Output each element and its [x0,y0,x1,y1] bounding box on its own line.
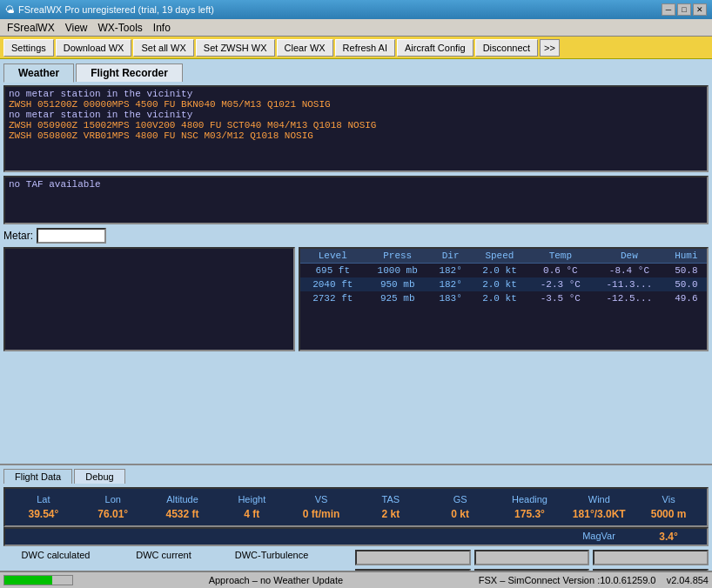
wind-table-row: 2732 ft925 mb183°2.0 kt-3.5 °C-12.5...49… [300,291,707,305]
title-bar: 🌤 FSrealWX Pro unregistered (trial, 19 d… [0,0,712,19]
wind-cell-dew: -8.4 °C [593,264,666,278]
wind-cell-press: 925 mb [365,291,429,305]
dwc-input-2 [474,550,590,565]
status-indicator [3,575,73,585]
fd-value-vs: 0 ft/min [286,506,356,522]
wind-cell-press: 1000 mb [365,264,429,278]
wind-table-panel[interactable]: Level Press Dir Speed Temp Dew Humi 695 … [299,247,709,351]
wind-col-dir: Dir [430,249,471,264]
wind-col-press: Press [365,249,429,264]
wind-col-dew: Dew [593,249,666,264]
dwc-row: DWC calculated DWC current DWC-Turbulenc… [3,550,352,560]
wind-cell-dir: 182° [430,277,471,291]
fd-header-vis: Vis [634,492,703,506]
dwc-current-label: DWC current [111,550,216,560]
fd-header-height: Height [217,492,286,506]
menu-bar: FSrealWX View WX-Tools Info [0,19,712,37]
fd-value-vis: 5000 m [634,506,703,522]
metar-line-3: no metar station in the vicinity [9,110,703,120]
flight-data-grid: Lat Lon Altitude Height VS TAS GS Headin… [3,487,709,527]
tab-flight-recorder[interactable]: Flight Recorder [76,63,183,82]
dwc-input-row-1 [355,550,709,565]
wind-cell-dew: -12.5... [593,291,666,305]
lower-panel: Level Press Dir Speed Temp Dew Humi 695 … [3,247,709,351]
version-simconnect: FSX – SimConnect Version :10.0.61259.0 [479,575,656,585]
wind-cell-level: 695 ft [300,264,365,278]
menu-wx-tools[interactable]: WX-Tools [92,21,147,35]
close-button[interactable]: ✕ [693,3,707,16]
taf-display[interactable]: no TAF available [3,176,709,224]
fd-header-lon: Lon [78,492,148,506]
aircraft-config-button[interactable]: Aircraft Config [397,39,474,57]
wind-cell-dir: 183° [430,291,471,305]
fd-header-altitude: Altitude [148,492,218,506]
settings-button[interactable]: Settings [3,39,54,57]
dwc-turbulence-label: DWC-Turbulence [219,550,324,560]
menu-info[interactable]: Info [148,21,176,35]
tab-weather[interactable]: Weather [3,63,74,83]
sub-tab-flight-data[interactable]: Flight Data [3,469,72,484]
wind-cell-level: 2040 ft [300,277,365,291]
more-button[interactable]: >> [540,39,560,57]
fd-header-magvar: MagVar [564,529,634,545]
minimize-button[interactable]: ─ [662,3,675,16]
metar-input-row: Metar: [3,228,709,244]
fd-header-gs: GS [426,492,495,506]
taf-line-1: no TAF available [9,179,703,190]
status-bar: Approach – no Weather Update FSX – SimCo… [0,571,712,588]
maximize-button[interactable]: □ [677,3,691,16]
menu-fsrealwx[interactable]: FSrealWX [2,21,60,35]
metar-line-2: ZWSH 051200Z 00000MPS 4500 FU BKN040 M05… [9,99,703,110]
download-wx-button[interactable]: Download WX [56,39,132,57]
fd-header-tas: TAS [356,492,426,506]
dwc-calculated-label: DWC calculated [3,550,108,560]
title-text: FSrealWX Pro unregistered (trial, 19 day… [18,4,214,15]
version-num: v2.04.854 [667,575,709,585]
set-all-wx-button[interactable]: Set all WX [133,39,193,57]
wind-cell-humi: 49.6 [666,291,707,305]
wind-cell-speed: 2.0 kt [471,264,527,278]
fd-header-heading: Heading [495,492,565,506]
fd-header-wind: Wind [564,492,634,506]
title-bar-controls: ─ □ ✕ [662,3,707,16]
toolbar: Settings Download WX Set all WX Set ZWSH… [0,37,712,59]
fd-value-gs: 0 kt [426,506,495,522]
metar-line-1: no metar station in the vicinity [9,89,703,99]
menu-view[interactable]: View [60,21,93,35]
fd-value-magvar: 3.4° [634,529,703,545]
wind-cell-temp: -3.5 °C [528,291,593,305]
set-zwsh-wx-button[interactable]: Set ZWSH WX [196,39,275,57]
wind-cell-level: 2732 ft [300,291,365,305]
fd-value-height: 4 ft [217,506,286,522]
dwc-input-1 [355,550,471,565]
wind-cell-speed: 2.0 kt [471,277,527,291]
magvar-row: MagVar 3.4° [3,527,709,546]
wind-col-level: Level [300,249,365,264]
fd-value-wind: 181°/3.0KT [564,506,634,522]
clear-wx-button[interactable]: Clear WX [277,39,333,57]
fd-value-altitude: 4532 ft [148,506,218,522]
wind-cell-temp: 0.6 °C [528,264,593,278]
fd-value-lon: 76.01° [78,506,148,522]
dwc-input-3 [593,550,709,565]
wind-table-row: 2040 ft950 mb182°2.0 kt-2.3 °C-11.3...50… [300,277,707,291]
app-icon: 🌤 [5,4,15,15]
wind-cell-humi: 50.8 [666,264,707,278]
disconnect-button[interactable]: Disconnect [475,39,538,57]
status-text: Approach – no Weather Update [77,575,475,585]
content-area: no metar station in the vicinity ZWSH 05… [0,82,712,464]
metar-line-5: ZWSH 050800Z VRB01MPS 4800 FU NSC M03/M1… [9,130,703,141]
metar-input[interactable] [37,228,106,244]
metar-display[interactable]: no metar station in the vicinity ZWSH 05… [3,85,709,172]
flight-section: Flight Data Debug Lat Lon Altitude Heigh… [0,464,712,588]
wind-cell-dir: 182° [430,264,471,278]
sub-tab-bar: Flight Data Debug [3,469,709,484]
fd-value-heading: 175.3° [495,506,565,522]
wind-cell-dew: -11.3... [593,277,666,291]
fd-header-lat: Lat [9,492,78,506]
wind-table-row: 695 ft1000 mb182°2.0 kt0.6 °C-8.4 °C50.8 [300,264,707,278]
sub-tab-debug[interactable]: Debug [74,469,124,484]
version-text: FSX – SimConnect Version :10.0.61259.0 v… [479,575,709,585]
fd-value-tas: 2 kt [356,506,426,522]
refresh-ai-button[interactable]: Refresh AI [335,39,395,57]
